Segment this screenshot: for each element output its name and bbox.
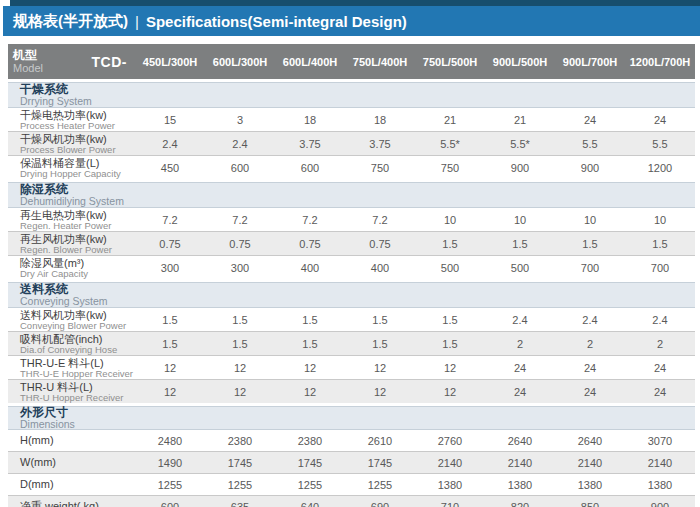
section-title-cn: 干燥系统 <box>20 83 695 96</box>
value-cell: 0.75 <box>275 238 345 250</box>
spec-row: 干燥电热功率(kw)Process Heater Power1531818212… <box>8 108 695 131</box>
model-column-header: 900L/500H <box>485 56 555 68</box>
value-cell: 820 <box>485 501 555 507</box>
value-cell: 24 <box>555 386 625 398</box>
row-label-cn: 保温料桶容量(L) <box>20 157 135 169</box>
spec-row: THR-U-E 料斗(L)THR-U-E Hopper Receiver1212… <box>8 355 695 379</box>
model-column-header: 600L/400H <box>275 56 345 68</box>
value-cell: 24 <box>555 362 625 374</box>
spec-sections: 干燥系统Drrying System干燥电热功率(kw)Process Heat… <box>8 82 695 507</box>
value-cell: 2140 <box>625 457 695 469</box>
value-cell: 700 <box>555 262 625 274</box>
value-cell: 2760 <box>415 435 485 447</box>
value-cell: 24 <box>625 114 695 126</box>
section-title-cn: 送料系统 <box>20 283 695 296</box>
value-cell: 24 <box>625 386 695 398</box>
value-cell: 12 <box>135 386 205 398</box>
model-column-header: 750L/500H <box>415 56 485 68</box>
row-label-cn: 干燥电热功率(kw) <box>20 109 135 121</box>
section-header: 送料系统Conveying System <box>8 282 695 308</box>
value-cell: 1.5 <box>415 338 485 350</box>
value-cell: 850 <box>555 501 625 507</box>
value-cell: 2140 <box>485 457 555 469</box>
value-cell: 24 <box>485 362 555 374</box>
value-cell: 1380 <box>555 479 625 491</box>
model-label-cn: 机型 <box>13 49 43 62</box>
spec-row: 干燥风机功率(kw)Process Blower Power2.42.43.75… <box>8 131 695 155</box>
value-cell: 7.2 <box>345 214 415 226</box>
value-cell: 2480 <box>135 435 205 447</box>
model-column-header: 750L/400H <box>345 56 415 68</box>
value-cell: 1.5 <box>485 238 555 250</box>
spec-table: 机型 Model TCD- 450L/300H600L/300H600L/400… <box>8 44 695 507</box>
row-label-en: THR-U Hopper Receiver <box>20 393 135 403</box>
value-cell: 500 <box>415 262 485 274</box>
value-cell: 2610 <box>345 435 415 447</box>
value-cell: 1380 <box>625 479 695 491</box>
spec-sheet-page: 规格表(半开放式) | Specifications(Semi-integral… <box>0 0 700 507</box>
value-cell: 1.5 <box>345 338 415 350</box>
row-label: 再生电热功率(kw)Regen. Heater Power <box>8 209 135 231</box>
value-cell: 1.5 <box>275 338 345 350</box>
value-cell: 2380 <box>205 435 275 447</box>
row-label-en: THR-U-E Hopper Receiver <box>20 369 135 379</box>
value-cell: 5.5 <box>555 138 625 150</box>
row-label-en: Regen. Blower Power <box>20 245 135 255</box>
value-cell: 2140 <box>555 457 625 469</box>
value-cell: 400 <box>275 262 345 274</box>
value-cell: 24 <box>485 386 555 398</box>
section-title-cn: 外形尺寸 <box>20 406 695 419</box>
value-cell: 1.5 <box>135 314 205 326</box>
value-cell: 12 <box>415 386 485 398</box>
value-cell: 0.75 <box>345 238 415 250</box>
section-title-en: Dimensions <box>20 419 695 430</box>
model-column-header: 1200L/700H <box>625 56 695 68</box>
row-label-cn: THR-U 料斗(L) <box>20 381 135 393</box>
value-cell: 2 <box>555 338 625 350</box>
value-cell: 0.75 <box>205 238 275 250</box>
value-cell: 7.2 <box>205 214 275 226</box>
value-cell: 710 <box>415 501 485 507</box>
model-label: 机型 Model <box>13 49 43 74</box>
value-cell: 18 <box>275 114 345 126</box>
row-label-cn: 吸料机配管(inch) <box>20 333 135 345</box>
value-cell: 1.5 <box>555 238 625 250</box>
value-cell: 750 <box>415 162 485 174</box>
row-label-cn: 送料风机功率(kw) <box>20 309 135 321</box>
value-cell: 1255 <box>345 479 415 491</box>
row-label-en: Drying Hopper Capacity <box>20 169 135 179</box>
row-label-en: Dia.of Conveying Hose <box>20 345 135 355</box>
value-cell: 450 <box>135 162 205 174</box>
row-label: THR-U-E 料斗(L)THR-U-E Hopper Receiver <box>8 357 135 379</box>
value-cell: 2640 <box>555 435 625 447</box>
spec-row: THR-U 料斗(L)THR-U Hopper Receiver12121212… <box>8 379 695 403</box>
spec-row: 再生电热功率(kw)Regen. Heater Power7.27.27.27.… <box>8 208 695 231</box>
value-cell: 1255 <box>275 479 345 491</box>
value-cell: 12 <box>205 362 275 374</box>
value-cell: 1200 <box>625 162 695 174</box>
spec-row: 送料风机功率(kw)Conveying Blower Power1.51.51.… <box>8 308 695 331</box>
value-cell: 2.4 <box>555 314 625 326</box>
row-label: 净重 weight( kg) <box>8 496 135 507</box>
row-label: H(mm) <box>8 430 135 451</box>
section-header: 除湿系统Dehumidilying System <box>8 182 695 208</box>
value-cell: 900 <box>625 501 695 507</box>
value-cell: 1.5 <box>625 238 695 250</box>
model-column-header: 600L/300H <box>205 56 275 68</box>
value-cell: 500 <box>485 262 555 274</box>
value-cell: 1745 <box>275 457 345 469</box>
row-label-cn: W(mm) <box>20 452 135 473</box>
value-cell: 15 <box>135 114 205 126</box>
value-cell: 600 <box>205 162 275 174</box>
model-header-label-cell: 机型 Model TCD- <box>8 49 135 74</box>
row-label-en: Conveying Blower Power <box>20 321 135 331</box>
value-cell: 900 <box>485 162 555 174</box>
value-cell: 900 <box>555 162 625 174</box>
value-cell: 3.75 <box>275 138 345 150</box>
row-label: 除湿风量(m³)Dry Air Capacity <box>8 257 135 279</box>
value-cell: 3 <box>205 114 275 126</box>
model-series-prefix: TCD- <box>92 54 127 70</box>
value-cell: 400 <box>345 262 415 274</box>
value-cell: 2.4 <box>205 138 275 150</box>
value-cell: 2.4 <box>625 314 695 326</box>
